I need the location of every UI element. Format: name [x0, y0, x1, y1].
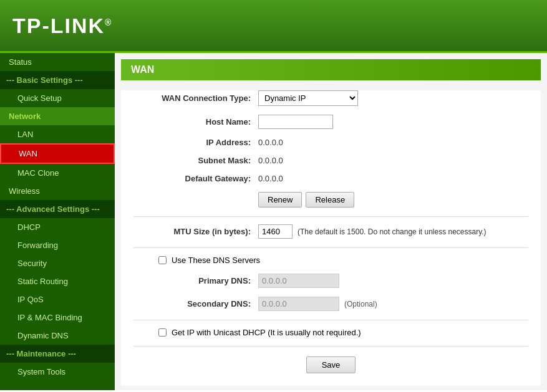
host-name-input[interactable] [258, 115, 333, 129]
host-name-label: Host Name: [133, 117, 258, 127]
logo-tm: ® [105, 17, 112, 27]
unicast-dhcp-checkbox[interactable] [158, 328, 167, 337]
mtu-note: (The default is 1500. Do not change it u… [298, 227, 486, 236]
use-dns-checkbox[interactable] [158, 256, 167, 264]
ip-address-row: IP Address: 0.0.0.0 [133, 138, 528, 147]
sidebar-item-dhcp[interactable]: DHCP [0, 218, 115, 236]
secondary-dns-input[interactable] [258, 297, 339, 311]
logo: TP-LINK® [12, 14, 112, 38]
subnet-mask-row: Subnet Mask: 0.0.0.0 [133, 156, 528, 165]
default-gateway-value: 0.0.0.0 [258, 174, 283, 183]
unicast-dhcp-label: Get IP with Unicast DHCP (It is usually … [172, 328, 361, 337]
default-gateway-row: Default Gateway: 0.0.0.0 [133, 174, 528, 183]
separator-2 [133, 247, 528, 248]
unicast-dhcp-row: Get IP with Unicast DHCP (It is usually … [133, 328, 528, 337]
sidebar-item-system-tools[interactable]: System Tools [0, 363, 115, 381]
sidebar-section-maintenance: --- Maintenance --- [0, 345, 115, 363]
sidebar-item-lan[interactable]: LAN [0, 125, 115, 143]
mtu-label: MTU Size (in bytes): [133, 227, 258, 236]
mtu-row: MTU Size (in bytes): (The default is 150… [133, 224, 528, 239]
sidebar-item-wan[interactable]: WAN [0, 143, 115, 164]
save-row: Save [133, 356, 528, 373]
sidebar: Status --- Basic Settings --- Quick Setu… [0, 53, 115, 390]
page-header-bar: TP-LINK® [0, 0, 547, 53]
default-gateway-label: Default Gateway: [133, 174, 258, 183]
secondary-dns-label: Secondary DNS: [133, 299, 258, 308]
sidebar-item-network[interactable]: Network [0, 107, 115, 125]
renew-release-row: Renew Release [133, 192, 528, 208]
wan-connection-type-select[interactable]: Dynamic IP Static IP PPPoE L2TP PPTP [258, 90, 358, 106]
primary-dns-input[interactable] [258, 274, 339, 288]
primary-dns-row: Primary DNS: [133, 274, 528, 288]
ip-address-value: 0.0.0.0 [258, 138, 283, 147]
main-content: WAN WAN Connection Type: Dynamic IP Stat… [115, 53, 547, 390]
separator-1 [133, 216, 528, 217]
subnet-mask-label: Subnet Mask: [133, 156, 258, 165]
subnet-mask-value: 0.0.0.0 [258, 156, 283, 165]
sidebar-item-mac-clone[interactable]: MAC Clone [0, 164, 115, 182]
wan-connection-type-label: WAN Connection Type: [133, 93, 258, 103]
wan-connection-type-control: Dynamic IP Static IP PPPoE L2TP PPTP [258, 90, 358, 106]
use-dns-label: Use These DNS Servers [172, 256, 260, 265]
sidebar-item-status[interactable]: Status [0, 53, 115, 71]
logo-text: TP-LINK [12, 14, 105, 37]
primary-dns-label: Primary DNS: [133, 276, 258, 285]
save-button[interactable]: Save [306, 356, 356, 373]
sidebar-item-dynamic-dns[interactable]: Dynamic DNS [0, 327, 115, 345]
use-dns-row: Use These DNS Servers [133, 256, 528, 265]
wan-connection-type-row: WAN Connection Type: Dynamic IP Static I… [133, 90, 528, 106]
sidebar-item-ip-qos[interactable]: IP QoS [0, 290, 115, 308]
wan-page-title: WAN [121, 59, 541, 80]
separator-3 [133, 320, 528, 320]
release-button[interactable]: Release [306, 192, 354, 208]
sidebar-section-basic: --- Basic Settings --- [0, 71, 115, 89]
sidebar-item-static-routing[interactable]: Static Routing [0, 272, 115, 290]
sidebar-item-security[interactable]: Security [0, 254, 115, 272]
sidebar-item-forwarding[interactable]: Forwarding [0, 236, 115, 254]
secondary-dns-row: Secondary DNS: (Optional) [133, 297, 528, 311]
ip-address-label: IP Address: [133, 138, 258, 147]
sidebar-item-wireless[interactable]: Wireless [0, 182, 115, 200]
mtu-input[interactable] [258, 224, 293, 239]
secondary-dns-note: (Optional) [344, 300, 377, 308]
renew-button[interactable]: Renew [258, 192, 302, 208]
sidebar-item-quick-setup[interactable]: Quick Setup [0, 89, 115, 107]
sidebar-section-advanced: --- Advanced Settings --- [0, 200, 115, 218]
sidebar-item-ip-mac-binding[interactable]: IP & MAC Binding [0, 308, 115, 327]
host-name-row: Host Name: [133, 115, 528, 129]
separator-4 [133, 346, 528, 347]
